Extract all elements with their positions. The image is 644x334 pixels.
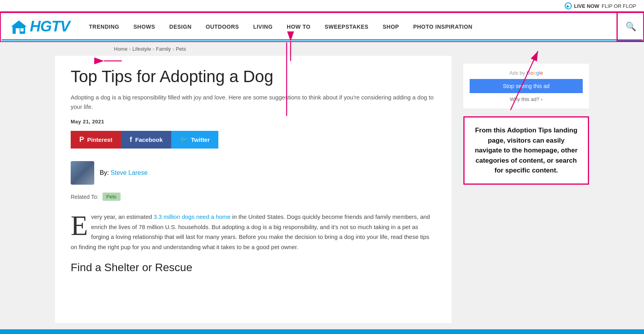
article-body: E very year, an estimated 3.3 million do… bbox=[71, 212, 436, 252]
article-intro: Adopting a dog is a big responsibility f… bbox=[71, 93, 436, 112]
stop-seeing-ad-button[interactable]: Stop seeing this ad bbox=[470, 79, 583, 93]
drop-cap: E bbox=[71, 212, 91, 236]
related-label: Related To: bbox=[71, 194, 99, 200]
bottom-bar bbox=[0, 329, 644, 334]
inline-link-dogs[interactable]: 3.3 million dogs need a home bbox=[154, 213, 231, 220]
article-content: Top Tips for Adopting a Dog Adopting a d… bbox=[55, 56, 452, 323]
nav-shows[interactable]: SHOWS bbox=[126, 15, 162, 39]
nav-photo-inspiration[interactable]: PHOTO INSPIRATION bbox=[406, 15, 479, 39]
main-nav: TRENDING SHOWS DESIGN OUTDOORS LIVING HO… bbox=[78, 15, 619, 39]
breadcrumb-sep-1: › bbox=[129, 46, 131, 52]
author-avatar-image bbox=[71, 161, 94, 185]
main-wrapper: Top Tips for Adopting a Dog Adopting a d… bbox=[0, 56, 644, 323]
breadcrumb-family[interactable]: Family bbox=[156, 46, 171, 52]
site-header: HGTV TRENDING SHOWS DESIGN OUTDOORS LIVI… bbox=[2, 14, 642, 40]
facebook-icon: f bbox=[130, 136, 132, 144]
top-bar: ▶ LIVE NOW FLIP OR FLOP bbox=[0, 0, 644, 12]
pinterest-icon: P bbox=[79, 136, 84, 144]
twitter-icon: 🐦 bbox=[180, 136, 188, 143]
author-info: By: Steve Larese bbox=[100, 169, 148, 176]
related-section: Related To: Pets bbox=[71, 193, 436, 201]
pinterest-label: Pinterest bbox=[87, 136, 112, 143]
search-icon: 🔍 bbox=[626, 22, 636, 32]
house-icon bbox=[9, 19, 28, 35]
nav-howto[interactable]: HOW TO bbox=[280, 15, 317, 39]
search-button[interactable]: 🔍 bbox=[619, 14, 642, 39]
author-name-link[interactable]: Steve Larese bbox=[111, 169, 148, 176]
breadcrumb-sep-3: › bbox=[172, 46, 174, 52]
google-brand: Google bbox=[527, 70, 543, 76]
breadcrumb-sep-2: › bbox=[153, 46, 154, 52]
author-avatar bbox=[71, 161, 94, 185]
show-name: FLIP OR FLOP bbox=[602, 3, 636, 9]
svg-rect-1 bbox=[16, 28, 20, 34]
nav-shop[interactable]: SHOP bbox=[375, 15, 406, 39]
nav-outdoors[interactable]: OUTDOORS bbox=[199, 15, 246, 39]
pets-tag[interactable]: Pets bbox=[102, 193, 121, 201]
article-date: May 21, 2021 bbox=[71, 119, 436, 125]
breadcrumb: Home › Lifestyle › Family › Pets bbox=[0, 42, 644, 56]
hgtv-logo[interactable]: HGTV bbox=[9, 18, 70, 35]
ad-box: Ads by Google Stop seeing this ad Why th… bbox=[463, 64, 589, 108]
pinterest-share-button[interactable]: P Pinterest bbox=[71, 131, 121, 149]
twitter-share-button[interactable]: 🐦 Twitter bbox=[171, 131, 218, 149]
nav-trending[interactable]: TRENDING bbox=[82, 15, 126, 39]
annotation-text: From this Adoption Tips landing page, vi… bbox=[474, 125, 578, 176]
breadcrumb-lifestyle[interactable]: Lifestyle bbox=[132, 46, 151, 52]
ad-label: Ads by Google bbox=[470, 70, 583, 76]
live-now-label: LIVE NOW bbox=[574, 3, 599, 9]
author-section: By: Steve Larese bbox=[71, 158, 436, 185]
svg-rect-2 bbox=[20, 28, 24, 31]
live-now-banner[interactable]: ▶ LIVE NOW FLIP OR FLOP bbox=[565, 2, 636, 9]
breadcrumb-pets[interactable]: Pets bbox=[176, 46, 186, 52]
sidebar: Ads by Google Stop seeing this ad Why th… bbox=[463, 56, 589, 323]
breadcrumb-home[interactable]: Home bbox=[114, 46, 128, 52]
why-this-ad[interactable]: Why this ad? › bbox=[470, 96, 583, 102]
nav-living[interactable]: LIVING bbox=[246, 15, 280, 39]
chevron-right-icon: › bbox=[541, 96, 542, 102]
logo-text: HGTV bbox=[30, 18, 70, 35]
header-wrapper: HGTV TRENDING SHOWS DESIGN OUTDOORS LIVI… bbox=[2, 14, 642, 40]
twitter-label: Twitter bbox=[191, 136, 210, 143]
section-heading-shelter: Find a Shelter or Rescue bbox=[71, 261, 436, 274]
author-prefix: By: bbox=[100, 169, 111, 176]
social-share-bar: P Pinterest f Facebook 🐦 Twitter bbox=[71, 131, 436, 149]
logo-area[interactable]: HGTV bbox=[2, 15, 78, 38]
article-title: Top Tips for Adopting a Dog bbox=[71, 68, 436, 86]
nav-design[interactable]: DESIGN bbox=[162, 15, 199, 39]
annotation-box: From this Adoption Tips landing page, vi… bbox=[463, 116, 589, 185]
facebook-label: Facebook bbox=[135, 136, 163, 143]
play-icon: ▶ bbox=[565, 2, 572, 9]
facebook-share-button[interactable]: f Facebook bbox=[121, 131, 171, 149]
nav-sweepstakes[interactable]: SWEEPSTAKES bbox=[318, 15, 376, 39]
body-start: very year, an estimated bbox=[91, 213, 154, 220]
